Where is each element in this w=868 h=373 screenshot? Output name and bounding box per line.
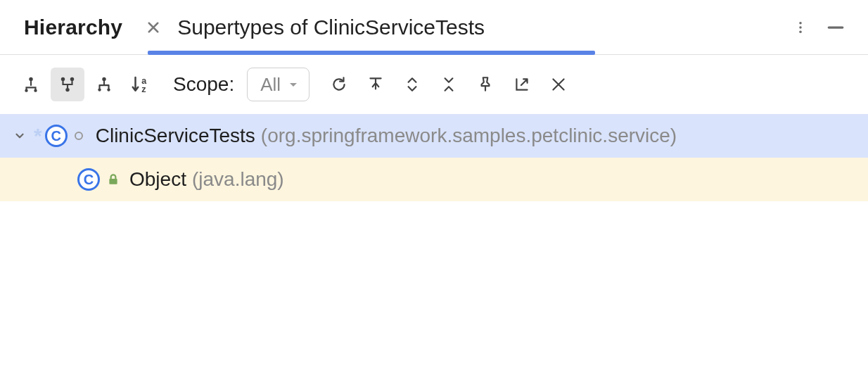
panel-title: Hierarchy xyxy=(24,15,122,39)
autoscroll-to-source-button[interactable] xyxy=(359,68,392,101)
svg-point-10 xyxy=(98,88,101,91)
svg-point-0 xyxy=(799,22,802,25)
tree-row[interactable]: * C ClinicServiceTests (org.springframew… xyxy=(0,114,868,158)
pin-icon xyxy=(476,75,494,94)
hierarchy-panel: Hierarchy Supertypes of ClinicServiceTes… xyxy=(0,0,868,373)
visibility-dot-icon xyxy=(75,132,83,140)
subtypes-hierarchy-button[interactable] xyxy=(87,68,121,101)
svg-point-7 xyxy=(70,77,74,81)
class-badge-icon: C xyxy=(77,168,100,191)
tab-label[interactable]: Supertypes of ClinicServiceTests xyxy=(177,15,485,39)
minimize-button[interactable] xyxy=(823,15,848,40)
scope-label: Scope: xyxy=(173,73,234,96)
svg-rect-14 xyxy=(109,179,117,184)
collapse-all-icon xyxy=(440,75,458,94)
supertypes-icon xyxy=(58,75,77,94)
refresh-button[interactable] xyxy=(322,68,356,101)
close-button[interactable] xyxy=(542,68,575,101)
lock-icon xyxy=(107,173,120,186)
svg-point-6 xyxy=(61,77,65,81)
svg-point-5 xyxy=(34,89,37,92)
collapse-all-button[interactable] xyxy=(432,68,466,101)
svg-text:z: z xyxy=(141,84,146,94)
minimize-icon xyxy=(826,18,845,37)
class-name: Object xyxy=(129,168,186,191)
sort-az-icon: a z xyxy=(130,74,151,95)
scope-dropdown[interactable]: All xyxy=(247,68,309,101)
close-tab-button[interactable] xyxy=(146,20,160,34)
close-icon xyxy=(146,20,160,34)
package-name: (java.lang) xyxy=(192,168,284,191)
panel-header: Hierarchy Supertypes of ClinicServiceTes… xyxy=(0,0,868,55)
package-name: (org.springframework.samples.petclinic.s… xyxy=(261,125,677,147)
hierarchy-tree: * C ClinicServiceTests (org.springframew… xyxy=(0,114,868,373)
svg-point-8 xyxy=(65,88,69,91)
more-options-button[interactable] xyxy=(788,15,813,40)
sort-alphabetically-button[interactable]: a z xyxy=(124,68,158,101)
refresh-icon xyxy=(330,75,348,94)
class-hierarchy-icon xyxy=(22,75,40,94)
class-badge-icon: C xyxy=(45,125,68,147)
class-name: ClinicServiceTests xyxy=(96,125,255,147)
star-icon: * xyxy=(34,124,42,148)
tree-row[interactable]: C Object (java.lang) xyxy=(0,158,868,201)
active-tab-underline xyxy=(148,51,595,55)
chevron-down-icon xyxy=(13,129,26,142)
svg-point-3 xyxy=(29,77,32,81)
expand-all-button[interactable] xyxy=(395,68,429,101)
subtypes-icon xyxy=(95,75,113,94)
hierarchy-toolbar: a z Scope: All xyxy=(0,55,868,114)
svg-point-11 xyxy=(107,88,110,91)
pin-button[interactable] xyxy=(468,68,502,101)
svg-point-4 xyxy=(25,89,27,92)
svg-point-2 xyxy=(799,30,802,33)
expand-all-icon xyxy=(403,75,421,94)
export-button[interactable] xyxy=(505,68,539,101)
scope-value: All xyxy=(260,74,281,96)
close-icon xyxy=(549,75,568,94)
export-icon xyxy=(513,75,531,94)
supertypes-hierarchy-button[interactable] xyxy=(51,68,84,101)
more-vertical-icon xyxy=(793,20,808,34)
class-hierarchy-button[interactable] xyxy=(14,68,48,101)
svg-point-9 xyxy=(102,77,106,81)
tree-toggle[interactable] xyxy=(11,127,28,144)
svg-point-1 xyxy=(799,26,802,29)
autoscroll-source-icon xyxy=(366,75,385,94)
chevron-down-icon xyxy=(288,79,299,90)
